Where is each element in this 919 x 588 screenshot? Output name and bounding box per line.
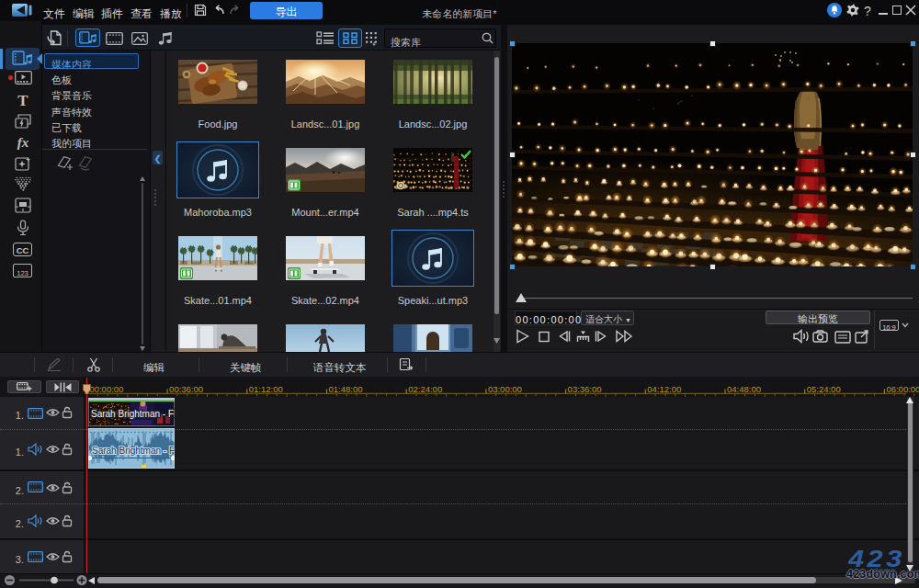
- svg-text:Sarah Brightman - Fle: Sarah Brightman - Fle: [92, 446, 175, 456]
- svg-text:Sarah Brightman - Fle: Sarah Brightman - Fle: [91, 409, 175, 419]
